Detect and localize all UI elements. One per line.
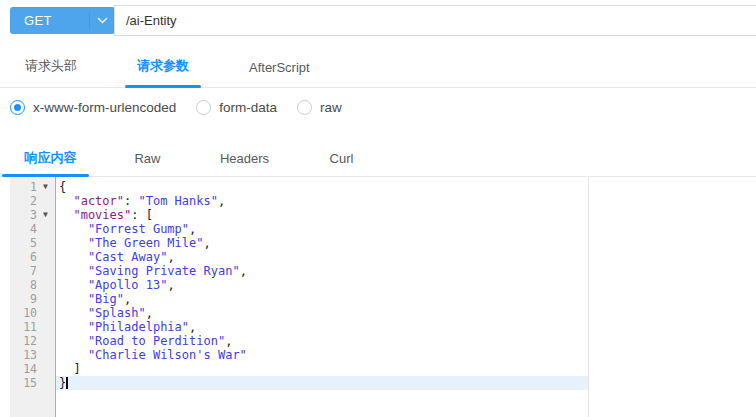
code-area[interactable]: { "actor": "Tom Hanks", "movies": [ "For… bbox=[56, 177, 589, 417]
json-punct: } bbox=[59, 376, 66, 390]
json-punct: , bbox=[189, 222, 196, 236]
text-cursor bbox=[66, 377, 68, 389]
json-punct: ] bbox=[59, 362, 81, 376]
code-line: "Road to Perdition", bbox=[56, 334, 588, 348]
method-dropdown[interactable]: GET bbox=[10, 7, 115, 34]
gutter-line: 11 bbox=[10, 320, 55, 334]
gutter-line: 9 bbox=[10, 292, 55, 306]
tab-headers[interactable]: Headers bbox=[196, 140, 293, 176]
code-line: } bbox=[56, 376, 588, 390]
code-line: "Apollo 13", bbox=[56, 278, 588, 292]
json-string: "Charlie Wilson's War" bbox=[59, 348, 247, 362]
line-number: 11 bbox=[10, 320, 37, 334]
gutter-line: 14 bbox=[10, 362, 55, 376]
json-string: "Apollo 13" bbox=[59, 278, 167, 292]
json-punct: : [ bbox=[131, 208, 153, 222]
json-punct: , bbox=[240, 264, 247, 278]
radio-unselected-icon bbox=[196, 100, 211, 115]
code-line: "Cast Away", bbox=[56, 250, 588, 264]
method-label: GET bbox=[10, 13, 89, 28]
gutter-line: 8 bbox=[10, 278, 55, 292]
json-punct: { bbox=[59, 180, 66, 194]
code-line: "Charlie Wilson's War" bbox=[56, 348, 588, 362]
fold-arrow-icon: ▼ bbox=[37, 180, 54, 194]
gutter-line: 12 bbox=[10, 334, 55, 348]
radio-label: form-data bbox=[219, 100, 277, 115]
line-number: 2 bbox=[10, 194, 37, 208]
line-number: 8 bbox=[10, 278, 37, 292]
radio-label: raw bbox=[320, 100, 342, 115]
json-punct: , bbox=[146, 306, 153, 320]
tab-response-content[interactable]: 响应内容 bbox=[2, 140, 99, 176]
json-string: "Cast Away" bbox=[59, 250, 167, 264]
json-string: "Philadelphia" bbox=[59, 320, 189, 334]
radio-label: x-www-form-urlencoded bbox=[33, 100, 176, 115]
json-punct: , bbox=[189, 320, 196, 334]
radio-form-data[interactable]: form-data bbox=[196, 100, 277, 115]
tab-curl[interactable]: Curl bbox=[293, 140, 390, 176]
tab-request-params[interactable]: 请求参数 bbox=[125, 57, 201, 87]
chevron-down-icon bbox=[89, 12, 115, 29]
code-line: "Big", bbox=[56, 292, 588, 306]
gutter-line: 6 bbox=[10, 250, 55, 264]
right-pane bbox=[589, 177, 756, 417]
code-line: { bbox=[56, 180, 588, 194]
gutter-line: 7 bbox=[10, 264, 55, 278]
line-number: 15 bbox=[10, 376, 37, 390]
line-number: 13 bbox=[10, 348, 37, 362]
line-number: 5 bbox=[10, 236, 37, 250]
json-punct: , bbox=[167, 278, 174, 292]
line-number: 6 bbox=[10, 250, 37, 264]
gutter-line: 4 bbox=[10, 222, 55, 236]
line-number: 12 bbox=[10, 334, 37, 348]
url-value: /ai-Entity bbox=[126, 13, 177, 28]
gutter-line: 2 bbox=[10, 194, 55, 208]
json-string: "Tom Hanks" bbox=[138, 194, 217, 208]
line-number: 4 bbox=[10, 222, 37, 236]
radio-selected-icon bbox=[10, 100, 25, 115]
radio-unselected-icon bbox=[297, 100, 312, 115]
body-type-selector: x-www-form-urlencodedform-dataraw bbox=[0, 88, 756, 127]
code-line: "movies": [ bbox=[56, 208, 588, 222]
json-punct: , bbox=[167, 250, 174, 264]
json-string: "Forrest Gump" bbox=[59, 222, 189, 236]
tab-request-headers[interactable]: 请求头部 bbox=[13, 57, 89, 87]
json-key: "movies" bbox=[59, 208, 131, 222]
line-number: 1 bbox=[10, 180, 37, 194]
json-string: "Saving Private Ryan" bbox=[59, 264, 240, 278]
gutter-line[interactable]: 3▼ bbox=[10, 208, 55, 222]
json-punct: : bbox=[124, 194, 138, 208]
code-line: "Splash", bbox=[56, 306, 588, 320]
request-tabs: 请求头部请求参数AfterScript bbox=[0, 46, 756, 88]
json-punct: , bbox=[225, 334, 232, 348]
line-number: 7 bbox=[10, 264, 37, 278]
code-line: "Forrest Gump", bbox=[56, 222, 588, 236]
gutter-line: 13 bbox=[10, 348, 55, 362]
line-number: 3 bbox=[10, 208, 37, 222]
tab-afterscript[interactable]: AfterScript bbox=[237, 60, 322, 87]
json-string: "The Green Mile" bbox=[59, 236, 204, 250]
tab-raw[interactable]: Raw bbox=[99, 140, 196, 176]
response-editor: 1▼23▼456789101112131415 { "actor": "Tom … bbox=[0, 177, 756, 417]
radio-raw[interactable]: raw bbox=[297, 100, 342, 115]
code-line: ] bbox=[56, 362, 588, 376]
code-line: "Saving Private Ryan", bbox=[56, 264, 588, 278]
url-input[interactable]: /ai-Entity bbox=[114, 5, 756, 36]
gutter-line: 5 bbox=[10, 236, 55, 250]
code-line: "actor": "Tom Hanks", bbox=[56, 194, 588, 208]
gutter-line: 15 bbox=[10, 376, 55, 390]
radio-x-www-form-urlencoded[interactable]: x-www-form-urlencoded bbox=[10, 100, 176, 115]
api-client-panel: GET /ai-Entity 请求头部请求参数AfterScript x-www… bbox=[0, 0, 756, 417]
editor-gutter: 1▼23▼456789101112131415 bbox=[10, 177, 56, 417]
fold-arrow-icon: ▼ bbox=[37, 208, 54, 222]
line-number: 14 bbox=[10, 362, 37, 376]
gutter-line: 10 bbox=[10, 306, 55, 320]
json-punct: , bbox=[218, 194, 225, 208]
line-number: 10 bbox=[10, 306, 37, 320]
json-string: "Splash" bbox=[59, 306, 146, 320]
gutter-line[interactable]: 1▼ bbox=[10, 180, 55, 194]
json-string: "Big" bbox=[59, 292, 124, 306]
response-tabs: 响应内容RawHeadersCurl bbox=[0, 140, 756, 177]
line-number: 9 bbox=[10, 292, 37, 306]
json-punct: , bbox=[124, 292, 131, 306]
